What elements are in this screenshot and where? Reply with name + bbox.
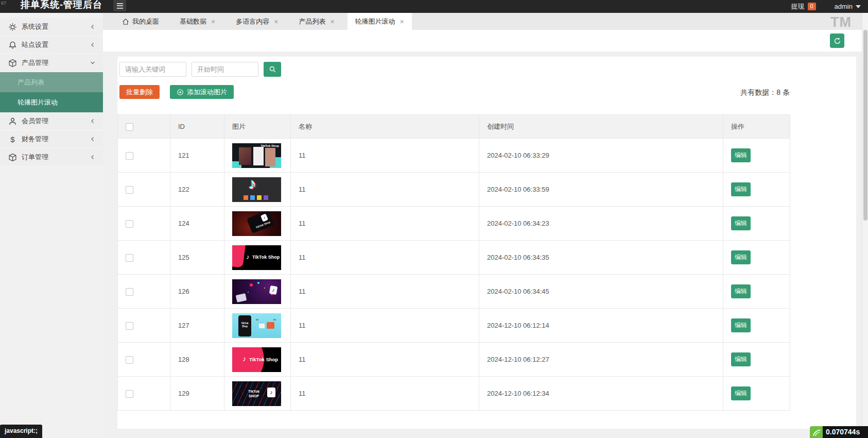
tab-product-list[interactable]: 产品列表 ×: [291, 13, 342, 30]
thumbnail-text: TikTok SHOP: [245, 389, 263, 398]
refresh-icon: [834, 37, 841, 45]
row-checkbox[interactable]: [126, 186, 133, 194]
close-icon[interactable]: ×: [211, 18, 215, 25]
sidebar-toggle-button[interactable]: [113, 0, 126, 11]
bell-icon: [8, 41, 17, 49]
plus-circle-icon: [177, 89, 184, 96]
row-created-time: 2024-02-10 06:33:29: [479, 139, 723, 173]
row-thumbnail[interactable]: [232, 279, 281, 304]
vertical-scrollbar[interactable]: [862, 13, 868, 438]
chevron-left-icon: [90, 136, 96, 142]
row-thumbnail[interactable]: TikTok SHOP: [232, 381, 281, 406]
row-thumbnail[interactable]: TikTok Shop: [232, 143, 281, 168]
edit-button[interactable]: 编辑: [731, 148, 751, 162]
edit-button[interactable]: 编辑: [731, 352, 751, 366]
close-icon[interactable]: ×: [400, 18, 404, 25]
start-time-input[interactable]: [192, 62, 258, 77]
edit-button[interactable]: 编辑: [731, 182, 751, 196]
chevron-left-icon: [90, 42, 96, 48]
search-button[interactable]: [264, 62, 281, 77]
edit-button[interactable]: 编辑: [731, 284, 751, 298]
row-thumbnail[interactable]: TikTok Shop: [232, 245, 281, 270]
table-row: 122 11 2024-02-10 06:33:59 编辑: [118, 173, 790, 207]
box-icon: [8, 59, 17, 68]
row-id: 126: [170, 275, 224, 309]
corner-number: 67: [1, 1, 6, 6]
edit-button[interactable]: 编辑: [731, 386, 751, 400]
sidebar-item-system-settings[interactable]: 系统设置: [0, 18, 103, 36]
edit-button[interactable]: 编辑: [731, 216, 751, 230]
sidebar-subitem-carousel-images[interactable]: 轮播图片滚动: [0, 92, 103, 112]
sidebar-subitem-product-list[interactable]: 产品列表: [0, 72, 103, 92]
tab-carousel-images[interactable]: 轮播图片滚动 ×: [348, 13, 412, 30]
table-body: 121 TikTok Shop 11 2024-02-10 06:33:29 编…: [118, 139, 790, 411]
row-id: 121: [170, 139, 224, 173]
row-checkbox[interactable]: [126, 288, 133, 296]
row-checkbox[interactable]: [126, 220, 133, 228]
row-created-time: 2024-02-10 06:34:35: [479, 241, 723, 275]
row-id: 125: [170, 241, 224, 275]
total-count-text: 共有数据：8 条: [740, 88, 790, 97]
row-thumbnail[interactable]: [232, 177, 281, 202]
row-checkbox[interactable]: [126, 152, 133, 160]
row-name: 11: [291, 275, 479, 309]
keyword-input[interactable]: [119, 62, 186, 77]
table-row: 128 TikTok Shop 11 2024-12-10 06:12:27 编…: [118, 343, 790, 377]
refresh-button[interactable]: [830, 33, 844, 48]
tab-multilanguage[interactable]: 多语言内容 ×: [228, 13, 286, 30]
row-checkbox[interactable]: [126, 356, 133, 364]
user-menu[interactable]: admin: [835, 3, 861, 10]
row-name: 11: [291, 377, 479, 411]
row-checkbox[interactable]: [126, 254, 133, 262]
row-id: 129: [170, 377, 224, 411]
home-icon: [122, 18, 129, 25]
row-checkbox[interactable]: [126, 390, 133, 398]
sidebar-item-product-management[interactable]: 产品管理: [0, 54, 103, 72]
table-row: 129 TikTok SHOP 11 2024-12-10 06:12:34 编…: [118, 377, 790, 411]
tab-desktop[interactable]: 我的桌面: [114, 13, 167, 30]
row-created-time: 2024-02-10 06:34:23: [479, 207, 723, 241]
sidebar-item-member-management[interactable]: 会员管理: [0, 112, 103, 130]
row-thumbnail[interactable]: TikTok Shop: [232, 313, 281, 338]
row-thumbnail[interactable]: TikTok Shop: [232, 211, 281, 236]
gear-icon: [8, 23, 17, 31]
thumbnail-art: [232, 211, 281, 236]
thumbnail-text: TikTok Shop: [252, 255, 280, 260]
batch-delete-button[interactable]: 批量删除: [119, 85, 160, 99]
thumbnail-text: TikTok Shop: [239, 322, 250, 329]
scrollbar-thumb[interactable]: [863, 30, 867, 221]
app-title: 排单系统-管理后台: [21, 0, 102, 11]
column-header-actions: 操作: [723, 115, 790, 139]
tab-basic-data[interactable]: 基础数据 ×: [172, 13, 223, 30]
dollar-icon: $: [8, 135, 17, 144]
tm-watermark: TM: [830, 14, 852, 30]
chevron-down-icon: [90, 60, 96, 66]
table-row: 125 TikTok Shop 11 2024-02-10 06:34:35 编…: [118, 241, 790, 275]
row-name: 11: [291, 139, 479, 173]
sidebar-item-site-settings[interactable]: 站点设置: [0, 36, 103, 54]
user-icon: [8, 117, 17, 126]
thumbnail-art: [232, 177, 281, 202]
column-header-image: 图片: [224, 115, 291, 139]
chevron-left-icon: [90, 154, 96, 160]
edit-button[interactable]: 编辑: [731, 250, 751, 264]
add-carousel-button[interactable]: 添加滚动图片: [170, 85, 234, 99]
row-created-time: 2024-02-10 06:34:45: [479, 275, 723, 309]
withdraw-link[interactable]: 提现: [791, 2, 805, 11]
edit-button[interactable]: 编辑: [731, 318, 751, 332]
row-checkbox[interactable]: [126, 322, 133, 330]
sidebar-item-order-management[interactable]: 订单管理: [0, 148, 103, 166]
table-header-row: ID 图片 名称 创建时间 操作: [118, 115, 790, 139]
toolbar-strip: [103, 30, 862, 52]
chevron-left-icon: [90, 24, 96, 30]
sidebar-item-finance-management[interactable]: $ 财务管理: [0, 130, 103, 148]
select-all-checkbox[interactable]: [126, 123, 133, 131]
table-row: 127 TikTok Shop 11 2024-12-10 06:12:14 编…: [118, 309, 790, 343]
row-name: 11: [291, 343, 479, 377]
close-icon[interactable]: ×: [330, 18, 334, 25]
row-thumbnail[interactable]: TikTok Shop: [232, 347, 281, 372]
row-id: 127: [170, 309, 224, 343]
row-created-time: 2024-02-10 06:33:59: [479, 173, 723, 207]
close-icon[interactable]: ×: [274, 18, 278, 25]
column-header-created: 创建时间: [479, 115, 723, 139]
